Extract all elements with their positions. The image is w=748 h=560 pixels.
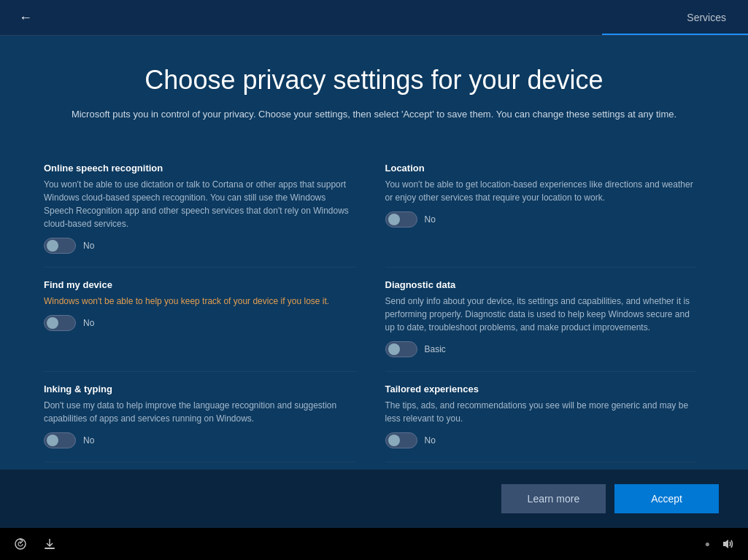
settings-columns: Online speech recognition You won't be a…	[44, 151, 704, 463]
taskbar: ●	[0, 528, 748, 560]
setting-find-my-device: Find my device Windows won't be able to …	[44, 268, 356, 372]
toggle-location[interactable]	[385, 211, 417, 228]
toggle-label-tailored: No	[425, 435, 436, 446]
header-section: Choose privacy settings for your device …	[0, 36, 748, 136]
setting-online-speech-title: Online speech recognition	[44, 163, 356, 174]
toggle-label-inking: No	[83, 435, 94, 446]
toggle-diagnostic[interactable]	[385, 341, 417, 357]
toggle-label-diagnostic: Basic	[425, 344, 446, 354]
services-label: Services	[687, 12, 726, 23]
svg-rect-1	[45, 548, 55, 549]
toggle-row-location: No	[385, 211, 698, 228]
setting-online-speech: Online speech recognition You won't be a…	[44, 151, 356, 268]
settings-area: Online speech recognition You won't be a…	[0, 136, 748, 470]
back-button[interactable]: ←	[15, 7, 36, 28]
toggle-knob-inking	[47, 435, 58, 446]
toggle-row-find-my-device: No	[44, 315, 356, 331]
setting-inking-typing-desc: Don't use my data to help improve the la…	[44, 399, 356, 425]
toggle-row-diagnostic: Basic	[385, 341, 698, 357]
toggle-knob-diagnostic	[388, 343, 400, 355]
toggle-knob-tailored	[388, 435, 400, 446]
setting-find-my-device-desc: Windows won't be able to help you keep t…	[44, 295, 356, 308]
accept-button[interactable]: Accept	[614, 484, 719, 513]
toggle-tailored[interactable]	[385, 432, 417, 448]
setting-location: Location You won't be able to get locati…	[385, 151, 698, 268]
setting-diagnostic-data: Diagnostic data Send only info about you…	[385, 268, 698, 372]
setting-inking-typing: Inking & typing Don't use my data to hel…	[44, 372, 356, 463]
setting-location-title: Location	[385, 163, 698, 174]
page-title: Choose privacy settings for your device	[58, 65, 690, 96]
setting-inking-typing-title: Inking & typing	[44, 384, 356, 394]
taskbar-download-icon[interactable]	[41, 535, 58, 553]
toggle-inking[interactable]	[44, 432, 76, 448]
toggle-row-inking: No	[44, 432, 356, 448]
setting-tailored-experiences: Tailored experiences The tips, ads, and …	[385, 372, 698, 463]
toggle-row-online-speech: No	[44, 238, 356, 254]
taskbar-left	[12, 535, 58, 553]
setting-tailored-experiences-desc: The tips, ads, and recommendations you s…	[385, 399, 698, 425]
toggle-label-online-speech: No	[83, 241, 94, 251]
toggle-knob-location	[388, 214, 400, 225]
setting-location-desc: You won't be able to get location-based …	[385, 178, 698, 204]
setting-online-speech-desc: You won't be able to use dictation or ta…	[44, 178, 356, 230]
svg-point-0	[15, 539, 26, 549]
taskbar-right: ●	[705, 535, 736, 553]
setting-diagnostic-data-desc: Send only info about your device, its se…	[385, 295, 698, 334]
top-bar: ← Services	[0, 0, 748, 36]
toggle-row-tailored: No	[385, 432, 698, 448]
taskbar-volume-icon[interactable]	[719, 535, 736, 553]
taskbar-refresh-icon[interactable]	[12, 535, 29, 553]
toggle-online-speech[interactable]	[44, 238, 76, 254]
learn-more-button[interactable]: Learn more	[501, 484, 606, 513]
toggle-knob-find-my-device	[47, 317, 58, 329]
toggle-find-my-device[interactable]	[44, 315, 76, 331]
cursor-pos: ●	[705, 539, 710, 549]
page-subtitle: Microsoft puts you in control of your pr…	[58, 107, 690, 122]
bottom-section: Learn more Accept	[0, 470, 748, 528]
setting-find-my-device-title: Find my device	[44, 279, 356, 290]
main-content: Choose privacy settings for your device …	[0, 36, 748, 528]
setting-tailored-experiences-title: Tailored experiences	[385, 384, 698, 394]
toggle-label-location: No	[425, 214, 436, 225]
setting-diagnostic-data-title: Diagnostic data	[385, 279, 698, 290]
toggle-knob-online-speech	[47, 240, 58, 252]
toggle-label-find-my-device: No	[83, 318, 94, 328]
